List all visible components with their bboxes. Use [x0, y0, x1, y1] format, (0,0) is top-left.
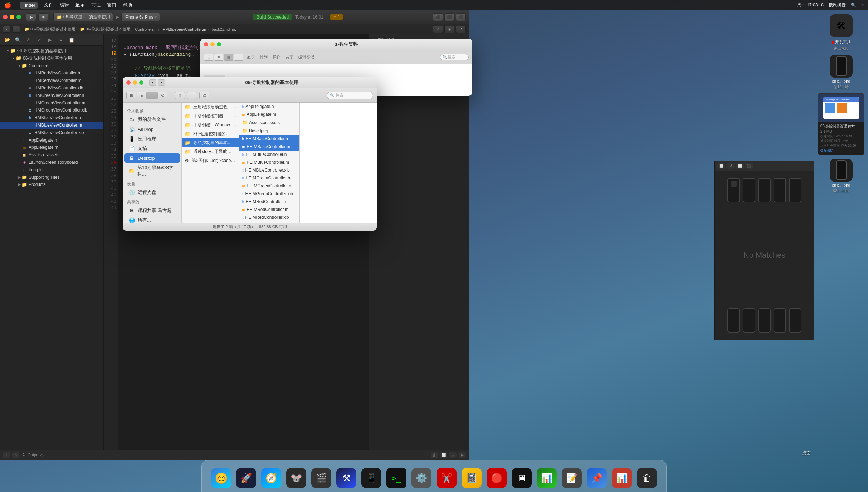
error-filter-button[interactable]: ⚠	[12, 452, 19, 458]
no-matches-ctrl-2[interactable]: ↺	[727, 163, 735, 169]
finder-col2-item-11[interactable]: x HEIMGreenController.xib	[239, 190, 299, 198]
nav-root-item[interactable]: ▼ 📁 06-导航控制器的基本使用	[0, 47, 103, 55]
finder-sidebar-all[interactable]: 🌐 所有...	[124, 216, 180, 223]
finder-col2-item-1[interactable]: m AppDelegate.m	[239, 110, 299, 118]
finder-col1-item-0[interactable]: 📁 -应用程序启动过程 ›	[182, 103, 239, 112]
breadcrumb-item-4[interactable]: -back2Zhiding:	[210, 27, 236, 31]
finder-action-btn[interactable]: ⚙	[175, 92, 185, 99]
nav-item-14[interactable]: ◈ LaunchScreen.storyboard	[0, 159, 103, 166]
nav-item-4[interactable]: x HMRedViewController.xib	[0, 84, 103, 92]
finder-sidebar-documents[interactable]: 📄 文稿	[124, 144, 180, 153]
desktop-icon-devtools[interactable]: 🛠 开发工具 未…视频	[825, 14, 857, 51]
finder-col2-item-6[interactable]: h HEIMBlueController.h	[239, 151, 299, 158]
scheme-name[interactable]: 📁 06-导航控--...的基本使用	[53, 13, 113, 21]
menubar-file[interactable]: 文件	[44, 2, 53, 8]
jump-bar-btn[interactable]: ◉	[444, 26, 454, 33]
finder-col2-item-4[interactable]: h HEIMBaseController.h	[239, 135, 299, 143]
finder-forward-btn[interactable]: ›	[158, 79, 165, 86]
menubar-window[interactable]: 窗口	[107, 2, 116, 8]
menubar-search-icon[interactable]: 🔍	[851, 3, 856, 8]
menubar-finder[interactable]: Finder	[20, 2, 38, 9]
finder-bg-min[interactable]	[210, 42, 215, 46]
nav-item-12[interactable]: m AppDelegate.m	[0, 144, 103, 151]
breadcrumb-item-3[interactable]: m HMBlueViewController.m	[158, 27, 206, 31]
navigator-tree[interactable]: ▼ 📁 06-导航控制器的基本使用 ▼ 📁 06-导航控制器的基本使用 ▼ 📁 …	[0, 46, 103, 450]
finder-col2-item-13[interactable]: m HEIMRedController.m	[239, 206, 299, 213]
finder-bg-view-2[interactable]: ≡	[214, 54, 223, 61]
no-matches-ctrl-3[interactable]: ⬜	[736, 163, 744, 169]
stop-button[interactable]: ■	[38, 13, 48, 21]
breadcrumb-item-1[interactable]: 📁 06-导航控制器的基本使用	[80, 26, 131, 32]
finder-view-icon[interactable]: ⊞	[126, 92, 136, 99]
finder-view-cover[interactable]: ⊙	[157, 92, 167, 99]
menubar-go[interactable]: 前往	[91, 2, 101, 8]
dock-safari[interactable]: 🧭	[260, 467, 282, 489]
finder-col1-item-4[interactable]: 📁 -导航控制器的基本使用 ›	[182, 138, 239, 147]
finder-col1-item-5[interactable]: 📁 -通过story...用导航控制器 ›	[182, 147, 239, 156]
dock-red-app[interactable]: 🔴	[486, 467, 508, 489]
finder-close-btn[interactable]	[126, 80, 131, 85]
finder-col2-item-9[interactable]: h HEIMGreenController.h	[239, 174, 299, 182]
finder-sidebar-allfiles[interactable]: 🗂 我的所有文件	[124, 115, 180, 124]
breadcrumb-back[interactable]: ‹	[3, 26, 11, 33]
finder-col1-item-3[interactable]: 📁 -3种创建控制器的方式 ›	[182, 129, 239, 138]
finder-tag-btn[interactable]: 🏷	[199, 92, 209, 99]
nav-item-controllers[interactable]: ▼ 📁 Controllers	[0, 62, 103, 70]
dock-iphone[interactable]: 📱	[360, 467, 382, 489]
finder-sidebar-share1[interactable]: 🖥 课程共享-马方超	[124, 206, 180, 215]
finder-sidebar-apps[interactable]: 📱 应用程序	[124, 134, 180, 143]
finder-col2-item-2[interactable]: 📁 Assets.xcassets	[239, 118, 299, 127]
menubar-help[interactable]: 帮助	[123, 2, 132, 8]
finder-col2-item-7[interactable]: m HEIMBlueController.m	[239, 158, 299, 166]
utility-toggle[interactable]: ⬛	[456, 13, 466, 21]
minimize-button[interactable]	[10, 15, 14, 19]
menubar-list-icon[interactable]: ≡	[861, 3, 864, 8]
dock-keynote[interactable]: 📌	[586, 467, 608, 489]
dock-launchpad[interactable]: 🚀	[235, 467, 257, 489]
trash-log-button[interactable]: 🗑	[431, 452, 438, 458]
no-matches-ctrl-1[interactable]: ⬜	[717, 163, 725, 169]
desktop-icon-phone1[interactable]: snip....png 第13…站	[825, 55, 857, 90]
nav-item-2[interactable]: h HMRedViewController.h	[0, 69, 103, 77]
finder-sidebar-ios[interactable]: 📁 第13期黑马iOS学科...	[124, 163, 180, 179]
finder-col2-item-0[interactable]: h AppDelegate.h	[239, 103, 299, 110]
nav-item-6[interactable]: m HMGreenViewController.m	[0, 99, 103, 107]
finder-max-btn[interactable]	[139, 80, 143, 85]
nav-item-8[interactable]: h HMBlueViewController.h	[0, 114, 103, 122]
nav-group-0[interactable]: ▼ 📁 06-导航控制器的基本使用	[0, 55, 103, 62]
nav-breakpoints-icon[interactable]: ⬥	[57, 36, 65, 44]
nav-item-7[interactable]: x HMGreenViewController.xib	[0, 107, 103, 114]
nav-tests-icon[interactable]: ✓	[35, 36, 44, 44]
nav-item-9[interactable]: m HMBlueViewController.m	[0, 122, 103, 129]
layout-button[interactable]: ⊞	[449, 452, 457, 458]
finder-share-btn[interactable]: ↑	[187, 92, 197, 99]
nav-search-icon[interactable]: 🔍	[14, 36, 22, 44]
nav-item-13[interactable]: ◼ Assets.xcassets	[0, 151, 103, 159]
finder-col2-item-5[interactable]: m HEIMBaseController.m	[239, 143, 299, 151]
nav-item-5[interactable]: h HMGreenViewController.h	[0, 92, 103, 99]
finder-back-btn[interactable]: ‹	[149, 79, 156, 86]
finder-col1-item-2[interactable]: 📁 -手动创建UIWindow ›	[182, 120, 239, 129]
desktop-icon-phone2[interactable]: snip....png KSI...aster	[825, 159, 857, 193]
add-tag-link[interactable]: 添加标记...	[820, 149, 862, 153]
finder-bg-max[interactable]	[217, 42, 221, 46]
finder-col2-item-12[interactable]: h HEIMRedController.h	[239, 198, 299, 206]
finder-col2-item-3[interactable]: 📁 Base.lproj ›	[239, 127, 299, 135]
finder-sidebar-airdrop[interactable]: 📡 AirDrop	[124, 124, 180, 134]
finder-bg-view-4[interactable]: ⊙	[234, 54, 243, 61]
nav-item-10[interactable]: x HMBlueViewController.xib	[0, 129, 103, 137]
nav-reports-icon[interactable]: 📋	[67, 36, 76, 44]
finder-col2-item-10[interactable]: m HEIMGreenController.m	[239, 182, 299, 190]
nav-debug-icon[interactable]: ▶	[46, 36, 54, 44]
breadcrumb-forward[interactable]: ›	[12, 26, 20, 33]
dock-xmind[interactable]: ✂️	[435, 467, 458, 489]
finder-col1-item-6[interactable]: ⚙ -第2天(多...ler).xcodeproj	[182, 156, 239, 165]
dock-notes[interactable]: 📓	[460, 467, 483, 489]
dock-terminal[interactable]: >_	[385, 467, 408, 489]
finder-sidebar-desktop[interactable]: 🖥 Desktop	[124, 153, 180, 163]
apple-menu[interactable]: 🍎	[4, 2, 11, 9]
dock-display[interactable]: 🖥	[511, 467, 533, 489]
warning-badge[interactable]: ⚠ 1	[330, 14, 343, 20]
finder-bg-view-1[interactable]: ⊞	[204, 54, 213, 61]
finder-bg-view-3[interactable]: |||	[224, 54, 233, 61]
